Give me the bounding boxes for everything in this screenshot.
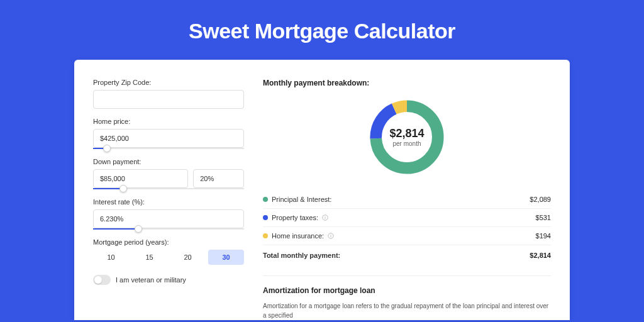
veteran-row: I am veteran or military <box>93 275 244 285</box>
breakdown-column: Monthly payment breakdown: $2,814 per mo… <box>263 79 551 320</box>
legend-row-taxes: Property taxes: $531 <box>263 209 551 227</box>
donut-center-value: $2,814 <box>389 127 424 140</box>
legend-dot-principal <box>263 197 268 202</box>
zip-input[interactable] <box>93 90 244 109</box>
home-price-slider[interactable] <box>93 148 244 149</box>
down-payment-slider[interactable] <box>93 188 244 189</box>
legend-label-taxes: Property taxes: <box>272 214 318 221</box>
svg-rect-5 <box>325 217 325 219</box>
legend-row-principal: Principal & Interest: $2,089 <box>263 191 551 209</box>
interest-rate-slider-thumb[interactable] <box>135 225 142 233</box>
interest-rate-field: Interest rate (%): <box>93 198 244 230</box>
period-label: Mortgage period (years): <box>93 238 244 246</box>
interest-rate-input[interactable] <box>93 209 244 228</box>
down-payment-field: Down payment: <box>93 158 244 189</box>
legend-row-total: Total monthly payment: $2,814 <box>263 245 551 264</box>
home-price-field: Home price: <box>93 118 244 149</box>
period-tab-10[interactable]: 10 <box>93 250 129 265</box>
period-tab-20[interactable]: 20 <box>170 250 206 265</box>
down-payment-slider-thumb[interactable] <box>119 185 127 192</box>
legend-value-total: $2,814 <box>530 252 551 259</box>
veteran-label: I am veteran or military <box>116 276 186 284</box>
info-icon[interactable] <box>322 214 328 221</box>
legend-label-principal: Principal & Interest: <box>272 196 331 203</box>
input-column: Property Zip Code: Home price: Down paym… <box>93 79 244 320</box>
svg-rect-8 <box>331 235 331 237</box>
period-field: Mortgage period (years): 10 15 20 30 <box>93 238 244 265</box>
donut-wrap: $2,814 per month <box>263 96 551 178</box>
legend-value-principal: $2,089 <box>530 196 551 203</box>
period-tab-15[interactable]: 15 <box>131 250 167 265</box>
svg-point-7 <box>331 234 331 235</box>
legend-dot-insurance <box>263 233 268 238</box>
legend-row-insurance: Home insurance: $194 <box>263 227 551 245</box>
page-title: Sweet Mortgage Calculator <box>0 0 644 60</box>
legend-value-insurance: $194 <box>536 232 551 240</box>
legend-label-insurance: Home insurance: <box>272 232 324 240</box>
breakdown-title: Monthly payment breakdown: <box>263 79 551 87</box>
svg-point-4 <box>325 216 325 216</box>
down-payment-label: Down payment: <box>93 158 244 165</box>
period-tab-30[interactable]: 30 <box>208 250 244 265</box>
amortization-section: Amortization for mortgage loan Amortizat… <box>263 275 551 320</box>
home-price-slider-thumb[interactable] <box>103 145 111 152</box>
amortization-title: Amortization for mortgage loan <box>263 286 551 295</box>
period-tabs: 10 15 20 30 <box>93 250 244 265</box>
down-payment-pct-input[interactable] <box>193 169 244 188</box>
legend-label-total: Total monthly payment: <box>263 252 340 259</box>
donut-chart: $2,814 per month <box>366 96 448 178</box>
amortization-text: Amortization for a mortgage loan refers … <box>263 301 551 320</box>
legend-dot-taxes <box>263 215 268 220</box>
veteran-toggle[interactable] <box>93 275 111 285</box>
home-price-input[interactable] <box>93 129 244 148</box>
toggle-knob <box>94 276 102 284</box>
interest-rate-label: Interest rate (%): <box>93 198 244 206</box>
donut-center-sub: per month <box>392 140 421 147</box>
calculator-card: Property Zip Code: Home price: Down paym… <box>74 60 570 320</box>
zip-label: Property Zip Code: <box>93 79 244 86</box>
home-price-label: Home price: <box>93 118 244 125</box>
down-payment-amount-input[interactable] <box>93 169 188 188</box>
info-icon[interactable] <box>328 233 334 239</box>
zip-field: Property Zip Code: <box>93 79 244 109</box>
interest-rate-slider[interactable] <box>93 228 244 230</box>
legend-value-taxes: $531 <box>536 214 551 221</box>
